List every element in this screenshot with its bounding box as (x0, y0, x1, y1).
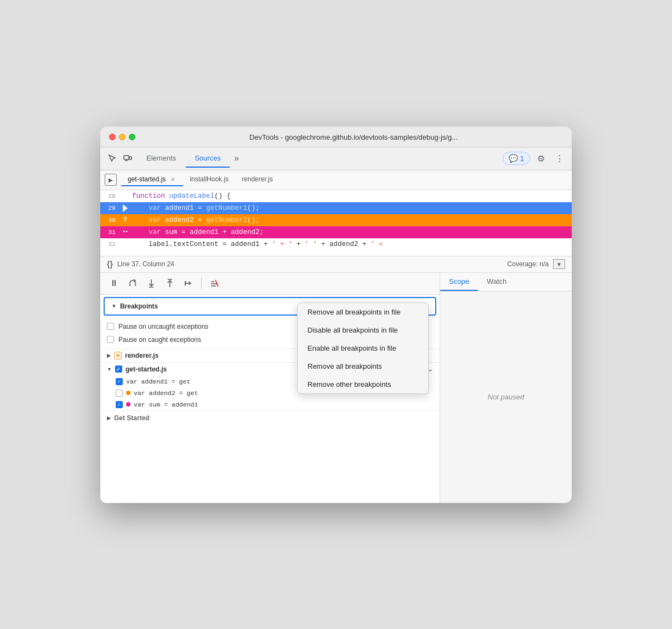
devtools-tabs-list: Elements Sources » (138, 150, 503, 168)
file-group-name: renderer.js (125, 352, 158, 359)
tab-elements[interactable]: Elements (138, 150, 185, 168)
cursor-position: Line 37, Column 24 (117, 260, 174, 268)
close-button[interactable] (109, 134, 116, 140)
not-paused-label: Not paused (440, 291, 572, 503)
tab-sources[interactable]: Sources (186, 150, 230, 168)
svg-rect-0 (124, 156, 129, 159)
line-number: 30 (100, 216, 120, 224)
notifications-badge[interactable]: 💬 1 (503, 152, 530, 165)
bp-line-checkbox[interactable] (116, 378, 123, 385)
bp-orange-dot (126, 391, 130, 395)
code-content: var sum = addend1 + addend2; (130, 228, 572, 236)
debug-area: ⏸ (100, 273, 572, 503)
minimize-button[interactable] (119, 134, 126, 140)
debug-controls: ⏸ (100, 273, 440, 295)
pause-caught-label: Pause on caught exceptions (118, 336, 201, 344)
devtools-window: DevTools - googlechrome.github.io/devtoo… (100, 127, 572, 503)
debug-right-panel: Scope Watch Not paused (440, 273, 572, 503)
bp-line-checkbox[interactable] (116, 390, 123, 397)
bp-marker-arrow (120, 204, 130, 212)
pause-uncaught-checkbox[interactable] (107, 323, 114, 330)
more-items-label: Get Started (114, 414, 150, 422)
step-into-button[interactable] (144, 276, 158, 290)
devtools-tab-bar: Elements Sources » 💬 1 ⚙ ⋮ (100, 147, 572, 170)
code-editor: 28 function updateLabel() { 29 var adden… (100, 190, 572, 256)
code-line-28: 28 function updateLabel() { (100, 190, 572, 202)
more-options-icon[interactable]: ⋮ (552, 151, 567, 166)
pause-uncaught-label: Pause on uncaught exceptions (118, 323, 208, 330)
line-number: 28 (100, 192, 120, 199)
code-line-31: 31 •• var sum = addend1 + addend2; (100, 226, 572, 238)
code-line-32: 32 label.textContent = addend1 + ' + ' +… (100, 238, 572, 250)
fg-expand-icon: ▶ (107, 353, 111, 358)
breakpoints-collapse-icon: ▼ (111, 303, 117, 309)
status-left: {} Line 37, Column 24 (107, 260, 174, 268)
breakpoints-label: Breakpoints (120, 302, 158, 310)
code-content: function updateLabel() { (130, 192, 572, 200)
pause-caught-checkbox[interactable] (107, 336, 114, 343)
line-number: 32 (100, 241, 120, 248)
file-tab-label: renderer.js (242, 175, 273, 183)
line-number: 29 (100, 204, 120, 211)
ctx-remove-all-in-file[interactable]: Remove all breakpoints in file (298, 303, 428, 321)
tab-scope[interactable]: Scope (440, 273, 478, 291)
file-tabs-bar: ▶ get-started.js ✕ installHook.js render… (100, 170, 572, 190)
bp-line-sum[interactable]: var sum = addend1 (100, 399, 440, 410)
code-content: var addend2 = getNumber2(); (130, 216, 572, 224)
chat-icon: 💬 (509, 154, 518, 163)
more-tabs-icon[interactable]: » (231, 151, 242, 165)
file-tab-renderer[interactable]: renderer.js (235, 173, 280, 186)
code-line-29: 29 var addend1 = getNumber1(); (100, 202, 572, 214)
ctx-remove-all[interactable]: Remove all breakpoints (298, 357, 428, 375)
coverage-dropdown[interactable]: ▼ (553, 259, 565, 269)
code-content: var addend1 = getNumber1(); (130, 204, 572, 212)
file-tab-close-icon[interactable]: ✕ (169, 176, 176, 183)
bp-pink-dot (126, 402, 130, 407)
ctx-remove-other[interactable]: Remove other breakpoints (298, 375, 428, 393)
badge-count: 1 (520, 155, 524, 163)
code-content: label.textContent = addend1 + ' + ' + ' … (130, 241, 572, 248)
get-started-checkbox[interactable] (115, 365, 122, 373)
maximize-button[interactable] (129, 134, 135, 140)
step-out-button[interactable] (163, 276, 177, 290)
status-bar: {} Line 37, Column 24 Coverage: n/a ▼ (100, 256, 572, 273)
file-tab-label: get-started.js (128, 175, 166, 183)
line-number: 31 (100, 228, 120, 236)
ctx-enable-all-in-file[interactable]: Enable all breakpoints in file (298, 339, 428, 357)
settings-icon[interactable]: ⚙ (533, 151, 549, 166)
step-button[interactable] (181, 276, 196, 290)
debug-left-panel: ⏸ (100, 273, 440, 503)
breakpoints-panel: ▼ Breakpoints Pause on uncaught exceptio… (100, 295, 440, 503)
bp-marker-dots: •• (120, 229, 130, 235)
bp-line-code: var addend1 = get (126, 378, 190, 385)
status-right: Coverage: n/a ▼ (508, 259, 565, 269)
separator (201, 278, 202, 289)
code-line-end (100, 250, 572, 256)
file-tab-get-started[interactable]: get-started.js ✕ (121, 173, 183, 186)
file-icon: ◈ (114, 352, 122, 359)
tab-watch[interactable]: Watch (478, 273, 515, 291)
bp-marker-question: ? (120, 216, 130, 224)
pause-button[interactable]: ⏸ (107, 276, 121, 290)
bp-line-code: var sum = addend1 (134, 401, 198, 408)
inspect-icon[interactable] (105, 151, 120, 166)
coverage-label: Coverage: n/a (508, 260, 549, 268)
fg-expand-icon: ▼ (107, 367, 112, 372)
file-group-get-started: ▼ get-started.js ⌄ var addend1 = get var… (100, 363, 440, 411)
code-line-30: 30 ? var addend2 = getNumber2(); (100, 214, 572, 226)
file-tab-label: installHook.js (190, 175, 229, 183)
scope-tabs: Scope Watch (440, 273, 572, 291)
context-menu: Remove all breakpoints in file Disable a… (297, 302, 429, 394)
bp-line-checkbox[interactable] (116, 401, 123, 408)
file-group-get-started-more[interactable]: ▶ Get Started (100, 411, 440, 425)
file-tab-installhook[interactable]: installHook.js (183, 173, 235, 186)
sidebar-toggle-icon[interactable]: ▶ (105, 174, 117, 186)
device-toolbar-icon[interactable] (120, 151, 135, 166)
title-bar: DevTools - googlechrome.github.io/devtoo… (100, 127, 572, 147)
step-over-button[interactable] (126, 276, 140, 290)
svg-rect-1 (129, 157, 132, 159)
format-icon[interactable]: {} (107, 260, 113, 268)
ctx-disable-all-in-file[interactable]: Disable all breakpoints in file (298, 321, 428, 339)
bp-line-code: var addend2 = get (134, 390, 198, 397)
deactivate-button[interactable] (207, 276, 221, 290)
